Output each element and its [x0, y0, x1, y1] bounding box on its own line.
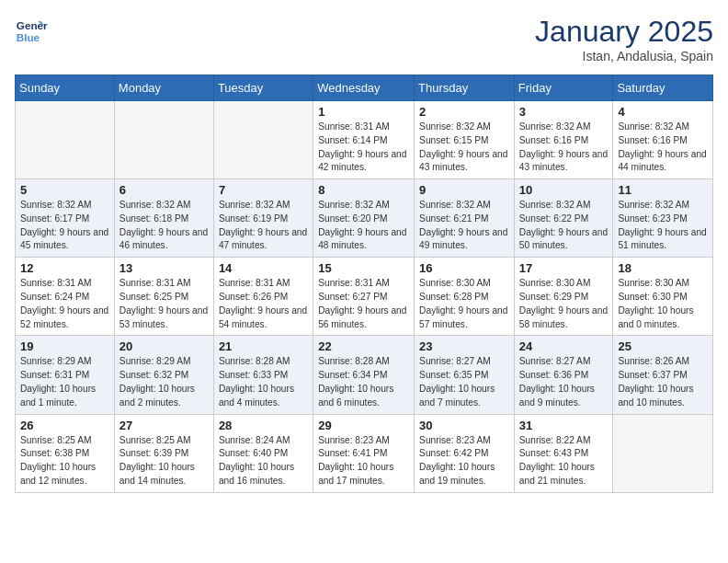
day-info: Sunrise: 8:25 AM Sunset: 6:38 PM Dayligh… [20, 434, 109, 488]
calendar-cell: 5Sunrise: 8:32 AM Sunset: 6:17 PM Daylig… [16, 179, 115, 258]
weekday-header: Wednesday [313, 75, 415, 101]
day-number: 9 [419, 183, 509, 197]
calendar-cell: 8Sunrise: 8:32 AM Sunset: 6:20 PM Daylig… [313, 179, 415, 258]
calendar-cell [213, 101, 313, 179]
title-area: January 2025 Istan, Andalusia, Spain [535, 15, 713, 63]
calendar-cell: 16Sunrise: 8:30 AM Sunset: 6:28 PM Dayli… [415, 258, 515, 336]
calendar-cell: 27Sunrise: 8:25 AM Sunset: 6:39 PM Dayli… [114, 414, 213, 492]
day-number: 18 [618, 261, 708, 275]
calendar-cell: 17Sunrise: 8:30 AM Sunset: 6:29 PM Dayli… [514, 258, 613, 336]
day-info: Sunrise: 8:27 AM Sunset: 6:36 PM Dayligh… [519, 355, 609, 409]
day-info: Sunrise: 8:31 AM Sunset: 6:26 PM Dayligh… [219, 277, 308, 331]
weekday-header: Saturday [613, 75, 713, 101]
day-info: Sunrise: 8:31 AM Sunset: 6:27 PM Dayligh… [318, 277, 409, 331]
day-info: Sunrise: 8:32 AM Sunset: 6:16 PM Dayligh… [618, 121, 708, 175]
day-number: 11 [618, 183, 708, 197]
svg-text:General: General [17, 19, 48, 31]
day-info: Sunrise: 8:23 AM Sunset: 6:41 PM Dayligh… [318, 434, 409, 488]
day-info: Sunrise: 8:26 AM Sunset: 6:37 PM Dayligh… [618, 355, 708, 409]
calendar-cell: 13Sunrise: 8:31 AM Sunset: 6:25 PM Dayli… [114, 258, 213, 336]
day-info: Sunrise: 8:32 AM Sunset: 6:20 PM Dayligh… [318, 199, 409, 253]
day-info: Sunrise: 8:28 AM Sunset: 6:34 PM Dayligh… [318, 355, 409, 409]
day-info: Sunrise: 8:23 AM Sunset: 6:42 PM Dayligh… [419, 434, 509, 488]
day-number: 21 [219, 339, 308, 353]
day-info: Sunrise: 8:32 AM Sunset: 6:15 PM Dayligh… [419, 121, 509, 175]
day-number: 4 [618, 105, 708, 119]
day-info: Sunrise: 8:30 AM Sunset: 6:30 PM Dayligh… [618, 277, 708, 331]
calendar-cell: 31Sunrise: 8:22 AM Sunset: 6:43 PM Dayli… [514, 414, 613, 492]
calendar-cell: 4Sunrise: 8:32 AM Sunset: 6:16 PM Daylig… [613, 101, 713, 179]
day-number: 20 [119, 339, 209, 353]
calendar-cell: 7Sunrise: 8:32 AM Sunset: 6:19 PM Daylig… [213, 179, 313, 258]
day-number: 16 [419, 261, 509, 275]
calendar-cell: 23Sunrise: 8:27 AM Sunset: 6:35 PM Dayli… [415, 336, 515, 414]
day-info: Sunrise: 8:25 AM Sunset: 6:39 PM Dayligh… [119, 434, 209, 488]
day-number: 8 [318, 183, 409, 197]
weekday-header: Friday [514, 75, 613, 101]
day-info: Sunrise: 8:32 AM Sunset: 6:22 PM Dayligh… [519, 199, 609, 253]
day-number: 23 [419, 339, 509, 353]
location-subtitle: Istan, Andalusia, Spain [535, 49, 713, 63]
day-info: Sunrise: 8:29 AM Sunset: 6:32 PM Dayligh… [119, 355, 209, 409]
weekday-header: Sunday [16, 75, 115, 101]
calendar-cell: 6Sunrise: 8:32 AM Sunset: 6:18 PM Daylig… [114, 179, 213, 258]
day-info: Sunrise: 8:32 AM Sunset: 6:23 PM Dayligh… [618, 199, 708, 253]
calendar-cell: 9Sunrise: 8:32 AM Sunset: 6:21 PM Daylig… [415, 179, 515, 258]
day-number: 27 [119, 419, 209, 432]
calendar-cell: 14Sunrise: 8:31 AM Sunset: 6:26 PM Dayli… [213, 258, 313, 336]
calendar-cell: 10Sunrise: 8:32 AM Sunset: 6:22 PM Dayli… [514, 179, 613, 258]
calendar: SundayMondayTuesdayWednesdayThursdayFrid… [15, 75, 713, 493]
header: General Blue January 2025 Istan, Andalus… [15, 15, 713, 63]
calendar-cell: 11Sunrise: 8:32 AM Sunset: 6:23 PM Dayli… [613, 179, 713, 258]
calendar-cell: 26Sunrise: 8:25 AM Sunset: 6:38 PM Dayli… [16, 414, 115, 492]
day-info: Sunrise: 8:32 AM Sunset: 6:19 PM Dayligh… [219, 199, 308, 253]
weekday-header-row: SundayMondayTuesdayWednesdayThursdayFrid… [16, 75, 713, 101]
day-number: 29 [318, 419, 409, 432]
day-info: Sunrise: 8:32 AM Sunset: 6:16 PM Dayligh… [519, 121, 609, 175]
calendar-cell: 21Sunrise: 8:28 AM Sunset: 6:33 PM Dayli… [213, 336, 313, 414]
day-number: 26 [20, 419, 109, 432]
calendar-cell: 30Sunrise: 8:23 AM Sunset: 6:42 PM Dayli… [415, 414, 515, 492]
svg-text:Blue: Blue [17, 31, 40, 43]
day-number: 30 [419, 419, 509, 432]
day-info: Sunrise: 8:29 AM Sunset: 6:31 PM Dayligh… [20, 355, 109, 409]
calendar-cell [114, 101, 213, 179]
weekday-header: Tuesday [213, 75, 313, 101]
day-info: Sunrise: 8:31 AM Sunset: 6:24 PM Dayligh… [20, 277, 109, 331]
calendar-cell: 18Sunrise: 8:30 AM Sunset: 6:30 PM Dayli… [613, 258, 713, 336]
calendar-cell [16, 101, 115, 179]
calendar-cell: 12Sunrise: 8:31 AM Sunset: 6:24 PM Dayli… [16, 258, 115, 336]
calendar-week-row: 1Sunrise: 8:31 AM Sunset: 6:14 PM Daylig… [16, 101, 713, 179]
calendar-week-row: 26Sunrise: 8:25 AM Sunset: 6:38 PM Dayli… [16, 414, 713, 492]
calendar-week-row: 5Sunrise: 8:32 AM Sunset: 6:17 PM Daylig… [16, 179, 713, 258]
day-number: 24 [519, 339, 609, 353]
calendar-cell: 2Sunrise: 8:32 AM Sunset: 6:15 PM Daylig… [415, 101, 515, 179]
day-number: 3 [519, 105, 609, 119]
calendar-cell: 28Sunrise: 8:24 AM Sunset: 6:40 PM Dayli… [213, 414, 313, 492]
day-number: 10 [519, 183, 609, 197]
day-info: Sunrise: 8:24 AM Sunset: 6:40 PM Dayligh… [219, 434, 308, 488]
calendar-cell [613, 414, 713, 492]
day-info: Sunrise: 8:31 AM Sunset: 6:14 PM Dayligh… [318, 121, 409, 175]
calendar-cell: 24Sunrise: 8:27 AM Sunset: 6:36 PM Dayli… [514, 336, 613, 414]
day-info: Sunrise: 8:32 AM Sunset: 6:17 PM Dayligh… [20, 199, 109, 253]
day-number: 17 [519, 261, 609, 275]
weekday-header: Thursday [415, 75, 515, 101]
day-number: 2 [419, 105, 509, 119]
day-number: 22 [318, 339, 409, 353]
day-number: 13 [119, 261, 209, 275]
day-number: 5 [20, 183, 109, 197]
month-title: January 2025 [535, 15, 713, 49]
calendar-cell: 15Sunrise: 8:31 AM Sunset: 6:27 PM Dayli… [313, 258, 415, 336]
calendar-cell: 22Sunrise: 8:28 AM Sunset: 6:34 PM Dayli… [313, 336, 415, 414]
day-info: Sunrise: 8:30 AM Sunset: 6:28 PM Dayligh… [419, 277, 509, 331]
day-info: Sunrise: 8:32 AM Sunset: 6:21 PM Dayligh… [419, 199, 509, 253]
day-number: 7 [219, 183, 308, 197]
calendar-week-row: 19Sunrise: 8:29 AM Sunset: 6:31 PM Dayli… [16, 336, 713, 414]
day-number: 28 [219, 419, 308, 432]
day-info: Sunrise: 8:31 AM Sunset: 6:25 PM Dayligh… [119, 277, 209, 331]
day-info: Sunrise: 8:27 AM Sunset: 6:35 PM Dayligh… [419, 355, 509, 409]
day-number: 31 [519, 419, 609, 432]
logo: General Blue [15, 15, 48, 48]
day-info: Sunrise: 8:28 AM Sunset: 6:33 PM Dayligh… [219, 355, 308, 409]
